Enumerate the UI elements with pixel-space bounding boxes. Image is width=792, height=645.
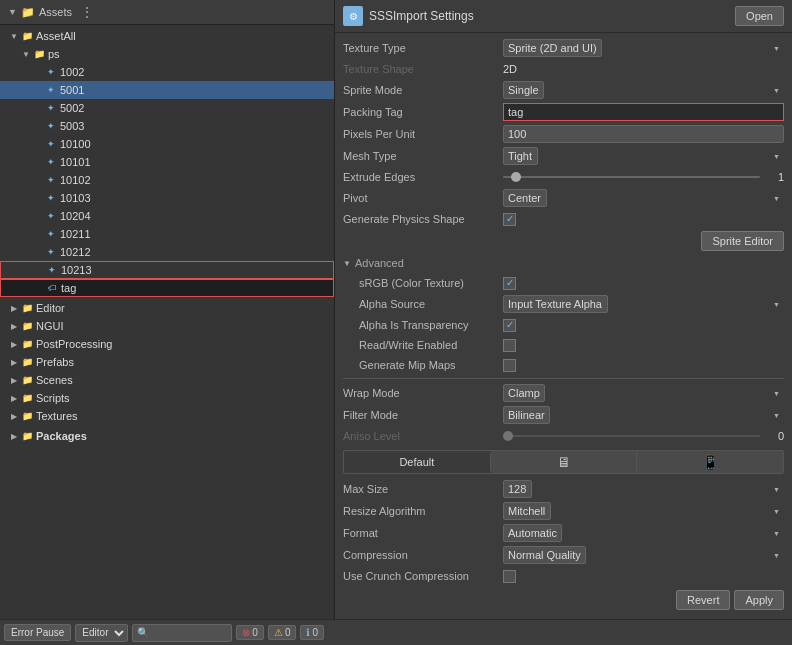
tree-item-10102[interactable]: ▶ ✦ 10102 (0, 171, 334, 189)
tree-item-5003[interactable]: ▶ ✦ 5003 (0, 117, 334, 135)
sprite-mode-dropdown[interactable]: Single (503, 81, 544, 99)
crunch-compression-row: Use Crunch Compression (335, 566, 792, 586)
mesh-type-dropdown[interactable]: Tight (503, 147, 538, 165)
texture-shape-value: 2D (503, 63, 784, 75)
inspector-header: ⚙ SSSImport Settings Open (335, 0, 792, 33)
tree-item-prefabs[interactable]: ▶ 📁 Prefabs (0, 353, 334, 371)
aniso-level-slider (503, 435, 760, 437)
tree-item-10100[interactable]: ▶ ✦ 10100 (0, 135, 334, 153)
wrap-mode-dropdown[interactable]: Clamp (503, 384, 545, 402)
read-write-checkbox[interactable] (503, 339, 516, 352)
advanced-arrow-icon: ▼ (343, 259, 351, 268)
platform-tab-mobile[interactable]: 📱 (637, 451, 783, 473)
message-count-box[interactable]: ℹ 0 (300, 625, 324, 640)
resize-algorithm-dropdown[interactable]: Mitchell (503, 502, 551, 520)
sprite-icon-5001: ✦ (44, 83, 58, 97)
tree-item-10204[interactable]: ▶ ✦ 10204 (0, 207, 334, 225)
sprite-editor-button[interactable]: Sprite Editor (701, 231, 784, 251)
assets-header: ▼ 📁 Assets ⋮ (0, 0, 334, 25)
tree-item-10212[interactable]: ▶ ✦ 10212 (0, 243, 334, 261)
folder-icon-postprocessing: 📁 (20, 337, 34, 351)
mobile-icon: 📱 (637, 454, 783, 470)
filter-mode-dropdown[interactable]: Bilinear (503, 406, 550, 424)
filter-mode-dropdown-wrap: Bilinear (503, 406, 784, 424)
expand-arrow-postprocessing: ▶ (8, 338, 20, 350)
max-size-dropdown-wrap: 128 (503, 480, 784, 498)
search-input[interactable] (132, 624, 232, 642)
tree-item-scripts[interactable]: ▶ 📁 Scripts (0, 389, 334, 407)
error-count-box[interactable]: ⊗ 0 (236, 625, 264, 640)
tree-item-ps[interactable]: ▼ 📁 ps (0, 45, 334, 63)
format-row: Format Automatic (335, 522, 792, 544)
folder-icon-scenes: 📁 (20, 373, 34, 387)
generate-physics-checkbox[interactable] (503, 213, 516, 226)
mip-maps-checkbox[interactable] (503, 359, 516, 372)
tree-label-5003: 5003 (60, 120, 84, 132)
revert-button[interactable]: Revert (676, 590, 730, 610)
tree-item-scenes[interactable]: ▶ 📁 Scenes (0, 371, 334, 389)
tree-item-postprocessing[interactable]: ▶ 📁 PostProcessing (0, 335, 334, 353)
expand-arrow-prefabs: ▶ (8, 356, 20, 368)
tree-item-5001[interactable]: ▶ ✦ 5001 (0, 81, 334, 99)
mip-maps-label: Generate Mip Maps (343, 359, 503, 371)
crunch-compression-checkbox[interactable] (503, 570, 516, 583)
pivot-row: Pivot Center (335, 187, 792, 209)
pivot-dropdown[interactable]: Center (503, 189, 547, 207)
expand-arrow-ngui: ▶ (8, 320, 20, 332)
tree-item-5002[interactable]: ▶ ✦ 5002 (0, 99, 334, 117)
tree-item-assetall[interactable]: ▼ 📁 AssetAll (0, 27, 334, 45)
platform-default-label: Default (399, 456, 434, 468)
max-size-label: Max Size (343, 483, 503, 495)
tree-item-10103[interactable]: ▶ ✦ 10103 (0, 189, 334, 207)
platform-tab-default[interactable]: Default (344, 453, 491, 471)
editor-mode-dropdown[interactable]: Editor (75, 624, 128, 642)
error-pause-button[interactable]: Error Pause (4, 624, 71, 641)
extrude-edges-label: Extrude Edges (343, 171, 503, 183)
max-size-dropdown[interactable]: 128 (503, 480, 532, 498)
srgb-row: sRGB (Color Texture) (335, 273, 792, 293)
alpha-source-dropdown[interactable]: Input Texture Alpha (503, 295, 608, 313)
kebab-menu-button[interactable]: ⋮ (76, 4, 98, 20)
open-button[interactable]: Open (735, 6, 784, 26)
tree-item-10211[interactable]: ▶ ✦ 10211 (0, 225, 334, 243)
pixels-per-unit-input[interactable] (503, 125, 784, 143)
tree-label-10102: 10102 (60, 174, 91, 186)
alpha-transparency-row: Alpha Is Transparency (335, 315, 792, 335)
packing-tag-input[interactable] (504, 106, 783, 118)
sprite-icon-10213: ✦ (45, 263, 59, 277)
format-dropdown[interactable]: Automatic (503, 524, 562, 542)
tree-item-editor[interactable]: ▶ 📁 Editor (0, 299, 334, 317)
alpha-transparency-checkbox[interactable] (503, 319, 516, 332)
warning-icon: ⚠ (274, 627, 283, 638)
inspector-title: SSSImport Settings (369, 9, 729, 23)
advanced-section-header[interactable]: ▼ Advanced (335, 253, 792, 273)
tree-item-10101[interactable]: ▶ ✦ 10101 (0, 153, 334, 171)
warning-count-box[interactable]: ⚠ 0 (268, 625, 297, 640)
tree-item-textures[interactable]: ▶ 📁 Textures (0, 407, 334, 425)
tree-item-packages[interactable]: ▶ 📁 Packages (0, 427, 334, 445)
compression-dropdown[interactable]: Normal Quality (503, 546, 586, 564)
apply-button[interactable]: Apply (734, 590, 784, 610)
mesh-type-dropdown-wrap: Tight (503, 147, 784, 165)
expand-arrow-scripts: ▶ (8, 392, 20, 404)
tree-item-ngui[interactable]: ▶ 📁 NGUI (0, 317, 334, 335)
folder-icon-ngui: 📁 (20, 319, 34, 333)
message-icon: ℹ (306, 627, 310, 638)
tree-item-1002[interactable]: ▶ ✦ 1002 (0, 63, 334, 81)
warning-count: 0 (285, 627, 291, 638)
platform-tab-desktop[interactable]: 🖥 (491, 451, 638, 473)
sprite-icon-5003: ✦ (44, 119, 58, 133)
texture-type-dropdown-wrap: Sprite (2D and UI) (503, 39, 784, 57)
tree-item-10213[interactable]: ▶ ✦ 10213 (0, 261, 334, 279)
filter-mode-row: Filter Mode Bilinear (335, 404, 792, 426)
extrude-edges-slider[interactable] (503, 176, 760, 178)
tree-item-tag[interactable]: ▶ 🏷 tag (0, 279, 334, 297)
expand-arrow-ps: ▼ (20, 48, 32, 60)
sprite-icon-10101: ✦ (44, 155, 58, 169)
sprite-icon-10100: ✦ (44, 137, 58, 151)
srgb-checkbox[interactable] (503, 277, 516, 290)
texture-type-dropdown[interactable]: Sprite (2D and UI) (503, 39, 602, 57)
packing-tag-input-wrap (503, 103, 784, 121)
tree-label-packages: Packages (36, 430, 87, 442)
sprite-mode-dropdown-wrap: Single (503, 81, 784, 99)
